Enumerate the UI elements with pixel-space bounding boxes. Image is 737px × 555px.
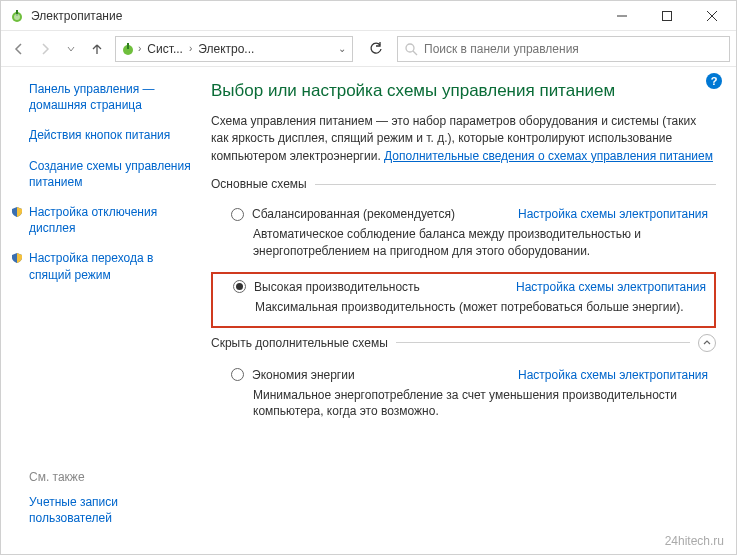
chevron-down-icon[interactable]: ⌄	[338, 43, 348, 54]
page-title: Выбор или настройка схемы управления пит…	[211, 81, 716, 101]
breadcrumb[interactable]: › Сист... › Электро... ⌄	[115, 36, 353, 62]
window-title: Электропитание	[31, 9, 599, 23]
plan-description: Максимальная производительность (может п…	[255, 299, 706, 316]
plan-high-performance: Высокая производительность Настройка схе…	[211, 272, 716, 328]
radio-balanced[interactable]	[231, 208, 244, 221]
svg-point-9	[406, 44, 414, 52]
breadcrumb-segment[interactable]: Сист...	[143, 42, 187, 56]
sidebar-home-link[interactable]: Панель управления — домашняя страница	[29, 81, 197, 113]
close-button[interactable]	[689, 2, 734, 30]
collapse-button[interactable]	[698, 334, 716, 352]
content: Панель управления — домашняя страница Де…	[1, 67, 736, 554]
divider	[315, 184, 716, 185]
svg-rect-8	[127, 43, 129, 49]
chevron-right-icon[interactable]: ›	[187, 43, 194, 54]
svg-point-2	[14, 14, 20, 20]
sidebar-user-accounts-link[interactable]: Учетные записи пользователей	[29, 494, 197, 526]
titlebar: Электропитание	[1, 1, 736, 31]
maximize-button[interactable]	[644, 2, 689, 30]
plan-name: Сбалансированная (рекомендуется)	[252, 207, 455, 221]
search-icon	[404, 42, 418, 56]
page-description: Схема управления питанием — это набор па…	[211, 113, 716, 165]
watermark: 24hitech.ru	[665, 534, 724, 548]
divider	[396, 342, 690, 343]
help-button[interactable]: ?	[706, 73, 722, 89]
plan-description: Минимальное энергопотребление за счет ум…	[253, 387, 708, 421]
shield-icon	[11, 206, 23, 218]
toolbar: › Сист... › Электро... ⌄	[1, 31, 736, 67]
sidebar-buttons-action-link[interactable]: Действия кнопок питания	[29, 127, 197, 143]
power-options-icon	[9, 8, 25, 24]
plan-name: Экономия энергии	[252, 368, 355, 382]
sidebar-sleep-link[interactable]: Настройка перехода в спящий режим	[29, 250, 197, 282]
search-bar[interactable]	[397, 36, 730, 62]
change-plan-settings-link[interactable]: Настройка схемы электропитания	[518, 207, 708, 221]
sidebar-see-also-heading: См. также	[29, 470, 197, 484]
forward-button[interactable]	[33, 37, 57, 61]
change-plan-settings-link[interactable]: Настройка схемы электропитания	[518, 368, 708, 382]
breadcrumb-segment[interactable]: Электро...	[194, 42, 258, 56]
radio-high-performance[interactable]	[233, 280, 246, 293]
svg-line-10	[413, 51, 417, 55]
shield-icon	[11, 252, 23, 264]
minimize-button[interactable]	[599, 2, 644, 30]
section-extra-plans: Скрыть дополнительные схемы	[211, 334, 716, 352]
search-input[interactable]	[424, 42, 723, 56]
sidebar-display-off-link[interactable]: Настройка отключения дисплея	[29, 204, 197, 236]
chevron-right-icon[interactable]: ›	[136, 43, 143, 54]
up-button[interactable]	[85, 37, 109, 61]
power-options-icon	[120, 41, 136, 57]
main-panel: ? Выбор или настройка схемы управления п…	[211, 67, 736, 554]
refresh-button[interactable]	[363, 36, 389, 62]
plan-name: Высокая производительность	[254, 280, 420, 294]
plan-power-saver: Экономия энергии Настройка схемы электро…	[211, 362, 716, 431]
sidebar-create-plan-link[interactable]: Создание схемы управления питанием	[29, 158, 197, 190]
section-main-plans: Основные схемы	[211, 177, 716, 191]
learn-more-link[interactable]: Дополнительные сведения о схемах управле…	[384, 149, 713, 163]
plan-balanced: Сбалансированная (рекомендуется) Настрой…	[211, 201, 716, 270]
svg-rect-4	[662, 11, 671, 20]
window-controls	[599, 2, 734, 30]
change-plan-settings-link[interactable]: Настройка схемы электропитания	[516, 280, 706, 294]
radio-power-saver[interactable]	[231, 368, 244, 381]
sidebar: Панель управления — домашняя страница Де…	[1, 67, 211, 554]
back-button[interactable]	[7, 37, 31, 61]
recent-dropdown[interactable]	[59, 37, 83, 61]
plan-description: Автоматическое соблюдение баланса между …	[253, 226, 708, 260]
